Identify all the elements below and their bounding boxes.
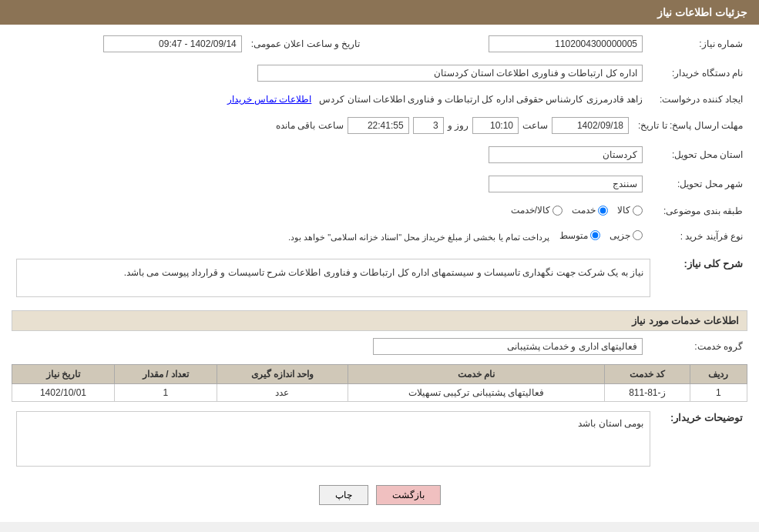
buyer-notes-text: بومی استان باشد <box>21 416 646 431</box>
process-note: پرداخت تمام یا بخشی از مبلغ خریداز محل "… <box>288 233 549 242</box>
need-number-field: 1102004300000005 <box>489 35 643 52</box>
buyer-notes-value: بومی استان باشد <box>12 408 655 470</box>
city-value: سنندج <box>12 172 647 196</box>
service-group-field: فعالیتهای اداری و خدمات پشتیبانی <box>373 338 643 355</box>
announce-date-label: تاریخ و ساعت اعلان عمومی: <box>247 32 365 55</box>
response-remaining-field: 22:41:55 <box>348 117 409 134</box>
service-group-value: فعالیتهای اداری و خدمات پشتیبانی <box>12 335 647 358</box>
main-content: شماره نیاز: 1102004300000005 تاریخ و ساع… <box>0 25 759 522</box>
response-days-label: روز و <box>448 120 468 131</box>
buyer-label: نام دستگاه خریدار: <box>647 62 747 85</box>
creator-name: زاهد قادرمرزی کارشناس حقوقی اداره کل ارت… <box>319 94 643 105</box>
process-jazii-label: جزیی <box>610 230 630 241</box>
process-motevaset-label: متوسط <box>559 230 588 241</box>
need-number-value: 1102004300000005 <box>388 32 647 55</box>
province-label: استان محل تحویل: <box>647 143 747 166</box>
response-date-field: 1402/09/18 <box>552 117 629 134</box>
cell-name: فعالیتهای پشتیبانی ترکیبی تسهیلات <box>348 384 604 402</box>
city-label: شهر محل تحویل: <box>647 172 747 196</box>
service-group-label: گروه خدمت: <box>647 335 747 358</box>
services-section-header: اطلاعات خدمات مورد نیاز <box>12 310 747 331</box>
category-kala-khedmat-label: کالا/خدمت <box>511 205 550 216</box>
category-label: طبقه بندی موضوعی: <box>647 202 747 221</box>
response-remaining-label: ساعت باقی مانده <box>276 120 344 131</box>
cell-code: ز-81-811 <box>604 384 690 402</box>
announce-date-field: 1402/09/14 - 09:47 <box>103 35 242 52</box>
page-container: جزئیات اطلاعات نیاز شماره نیاز: 11020043… <box>0 0 759 522</box>
process-options: جزیی متوسط پرداخت تمام یا بخشی از مبلغ خ… <box>12 227 647 246</box>
buyer-notes-table: توضیحات خریدار: بومی استان باشد <box>12 408 747 470</box>
category-khedmat-label: خدمت <box>572 205 596 216</box>
category-table: طبقه بندی موضوعی: کالا خدمت <box>12 202 747 221</box>
table-row: 1ز-81-811فعالیتهای پشتیبانی ترکیبی تسهیل… <box>12 384 747 402</box>
creator-contact-link[interactable]: اطلاعات تماس خریدار <box>227 94 312 105</box>
process-jazii: جزیی <box>610 230 643 241</box>
category-kala-radio[interactable] <box>633 206 643 216</box>
cell-date: 1402/10/01 <box>12 384 115 402</box>
response-date-label: مهلت ارسال پاسخ: تا تاریخ: <box>633 114 747 137</box>
page-title: جزئیات اطلاعات نیاز <box>657 6 747 18</box>
col-unit: واحد اندازه گیری <box>217 365 348 384</box>
creator-label: ایجاد کننده درخواست: <box>647 91 747 108</box>
category-khedmat-radio[interactable] <box>598 206 608 216</box>
need-desc-table: شرح کلی نیاز: نیاز به یک شرکت جهت نگهدار… <box>12 252 747 304</box>
page-header: جزئیات اطلاعات نیاز <box>0 0 759 25</box>
cell-row: 1 <box>690 384 747 402</box>
process-motevaset: متوسط <box>559 230 600 241</box>
process-label: نوع فرآیند خرید : <box>647 227 747 246</box>
need-desc-value: نیاز به یک شرکت جهت نگهداری تاسیسات و سی… <box>12 252 655 304</box>
category-kala-label: کالا <box>617 205 630 216</box>
buyer-table: نام دستگاه خریدار: اداره کل ارتباطات و ف… <box>12 62 747 85</box>
cell-quantity: 1 <box>114 384 217 402</box>
top-info-table: شماره نیاز: 1102004300000005 تاریخ و ساع… <box>12 32 747 55</box>
process-motevaset-radio[interactable] <box>590 230 600 240</box>
category-options: کالا خدمت کالا/خدمت <box>12 202 647 221</box>
response-date-value: 1402/09/18 ساعت 10:10 روز و 3 22:41:55 س… <box>12 114 633 137</box>
province-table: استان محل تحویل: کردستان <box>12 143 747 166</box>
category-kala-khedmat-radio[interactable] <box>552 206 563 216</box>
response-date-table: مهلت ارسال پاسخ: تا تاریخ: 1402/09/18 سا… <box>12 114 747 137</box>
services-table: ردیف کد خدمت نام خدمت واحد اندازه گیری ت… <box>12 364 747 402</box>
col-qty: تعداد / مقدار <box>114 365 217 384</box>
service-group-table: گروه خدمت: فعالیتهای اداری و خدمات پشتیب… <box>12 335 747 358</box>
cell-unit: عدد <box>217 384 348 402</box>
col-date: تاریخ نیاز <box>12 365 115 384</box>
col-code: کد خدمت <box>604 365 690 384</box>
response-days-field: 3 <box>413 117 444 134</box>
city-table: شهر محل تحویل: سنندج <box>12 172 747 196</box>
city-field: سنندج <box>489 176 643 192</box>
back-button[interactable]: بازگشت <box>376 485 441 505</box>
response-time-label: ساعت <box>522 120 548 131</box>
need-number-label: شماره نیاز: <box>647 32 747 55</box>
process-table: نوع فرآیند خرید : جزیی متوسط پرداخت تمام… <box>12 227 747 246</box>
announce-date-value: 1402/09/14 - 09:47 <box>12 32 247 55</box>
creator-value: زاهد قادرمرزی کارشناس حقوقی اداره کل ارت… <box>12 91 647 108</box>
category-khedmat: خدمت <box>572 205 608 216</box>
buyer-notes-label: توضیحات خریدار: <box>655 408 747 470</box>
category-kala: کالا <box>617 205 643 216</box>
print-button[interactable]: چاپ <box>319 485 368 505</box>
province-field: کردستان <box>489 146 643 163</box>
button-row: بازگشت چاپ <box>12 476 747 514</box>
province-value: کردستان <box>12 143 647 166</box>
buyer-field: اداره کل ارتباطات و فناوری اطلاعات استان… <box>257 65 643 82</box>
col-name: نام خدمت <box>348 365 604 384</box>
need-description-box: نیاز به یک شرکت جهت نگهداری تاسیسات و سی… <box>16 259 650 297</box>
need-desc-label: شرح کلی نیاز: <box>655 252 747 304</box>
process-jazii-radio[interactable] <box>633 230 643 240</box>
creator-table: ایجاد کننده درخواست: زاهد قادرمرزی کارشن… <box>12 91 747 108</box>
col-row: ردیف <box>690 365 747 384</box>
category-kala-khedmat: کالا/خدمت <box>511 205 563 216</box>
buyer-value: اداره کل ارتباطات و فناوری اطلاعات استان… <box>12 62 647 85</box>
buyer-notes-box: بومی استان باشد <box>16 411 650 467</box>
response-time-field: 10:10 <box>472 117 519 134</box>
